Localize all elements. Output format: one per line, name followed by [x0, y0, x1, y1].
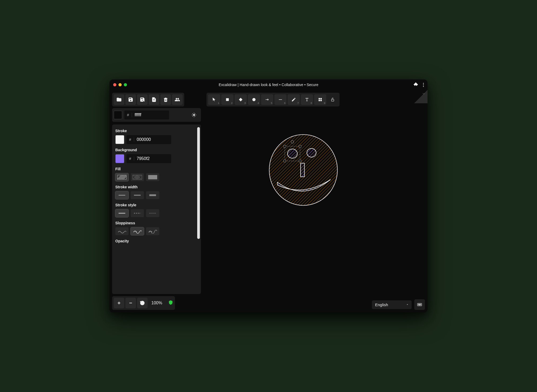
close-window-button[interactable] — [113, 83, 116, 86]
svg-point-21 — [288, 149, 297, 158]
svg-rect-32 — [419, 304, 420, 305]
tool-arrow[interactable]: 5 — [261, 94, 273, 105]
svg-rect-4 — [320, 98, 322, 99]
titlebar: Excalidraw | Hand-drawn look & feel • Co… — [109, 79, 428, 90]
svg-rect-27 — [284, 160, 286, 162]
svg-rect-36 — [421, 305, 421, 305]
canvas-bg-hex-group: # — [124, 110, 169, 119]
stroke-hex-group: # — [126, 135, 171, 144]
settings-button[interactable] — [189, 110, 199, 120]
app-window: Excalidraw | Hand-drawn look & feel • Co… — [109, 79, 428, 313]
shape-toolbar: 1 2 3 4 5 6 7 — [206, 93, 340, 106]
tool-shortcut: 8 — [311, 102, 312, 104]
tool-diamond[interactable]: 3 — [235, 94, 247, 105]
bottom-toolbar: 100% — [112, 296, 175, 310]
opacity-label: Opacity — [115, 239, 197, 243]
fill-label: Fill — [115, 167, 197, 171]
clear-canvas-button[interactable] — [160, 94, 171, 105]
bottom-right-controls: English — [372, 299, 425, 310]
svg-rect-3 — [319, 98, 320, 99]
svg-rect-10 — [148, 175, 157, 179]
hash-label: # — [126, 157, 134, 161]
hash-label: # — [124, 113, 132, 117]
open-button[interactable] — [114, 94, 124, 105]
browser-menu-icon[interactable] — [423, 83, 424, 87]
save-as-button[interactable] — [137, 94, 148, 105]
stroke-swatch[interactable] — [115, 135, 124, 144]
shield-icon — [168, 300, 173, 306]
maximize-window-button[interactable] — [124, 83, 127, 86]
svg-rect-30 — [417, 303, 422, 306]
tool-shortcut: 2 — [231, 102, 232, 104]
fill-crosshatch-button[interactable] — [131, 173, 144, 181]
tool-draw[interactable]: 7 — [288, 94, 300, 105]
svg-rect-5 — [319, 100, 320, 101]
tool-lock[interactable] — [327, 94, 338, 105]
extension-icon[interactable] — [413, 82, 418, 88]
background-label: Background — [115, 148, 197, 152]
stroke-width-medium-button[interactable] — [131, 191, 144, 199]
svg-rect-23 — [301, 163, 304, 177]
file-toolbar — [112, 93, 184, 106]
github-corner[interactable] — [414, 90, 428, 103]
stroke-width-thin-button[interactable] — [115, 191, 129, 199]
hash-label: # — [126, 137, 134, 142]
properties-scrollbar[interactable] — [197, 127, 200, 291]
canvas-bg-swatch[interactable] — [114, 111, 122, 119]
stroke-hex-input[interactable] — [134, 135, 171, 144]
app-body: # 1 2 3 4 — [109, 90, 428, 313]
zoom-reset-button[interactable] — [137, 298, 148, 308]
tool-line[interactable]: 6 — [274, 94, 287, 105]
zoom-in-button[interactable] — [114, 298, 124, 308]
canvas-bg-hex-input[interactable] — [132, 110, 169, 119]
background-swatch[interactable] — [115, 154, 124, 163]
language-select[interactable]: English — [372, 300, 412, 309]
export-button[interactable] — [149, 94, 159, 105]
tool-shortcut: 7 — [297, 102, 299, 104]
titlebar-right — [413, 82, 424, 88]
minimize-window-button[interactable] — [118, 83, 122, 86]
svg-point-0 — [193, 114, 195, 116]
zoom-out-button[interactable] — [125, 298, 136, 308]
keyboard-shortcuts-button[interactable] — [414, 299, 425, 310]
canvas-background-panel: # — [112, 108, 201, 122]
stroke-width-thick-button[interactable] — [146, 191, 159, 199]
sloppiness-cartoonist-button[interactable] — [146, 227, 159, 235]
svg-point-2 — [252, 98, 256, 101]
tool-ellipse[interactable]: 4 — [248, 94, 260, 105]
tool-shortcut: 1 — [218, 102, 219, 104]
svg-rect-31 — [418, 304, 419, 305]
stroke-style-dotted-button[interactable] — [146, 209, 159, 217]
properties-panel: Stroke # Background # Fill — [112, 124, 201, 294]
tool-shortcut: 5 — [271, 102, 272, 104]
fill-solid-button[interactable] — [146, 173, 159, 181]
drawing-canvas[interactable] — [204, 106, 425, 297]
background-hex-input[interactable] — [134, 154, 171, 163]
svg-rect-9 — [133, 175, 142, 179]
tool-shortcut: 6 — [284, 102, 285, 104]
svg-rect-7 — [332, 99, 334, 101]
language-label: English — [375, 302, 388, 307]
tool-library[interactable]: 9 — [314, 94, 326, 105]
tool-shortcut: 9 — [324, 102, 325, 104]
tool-select[interactable]: 1 — [208, 94, 220, 105]
live-collaboration-button[interactable] — [172, 94, 183, 105]
stroke-width-label: Stroke width — [115, 185, 197, 189]
tool-text[interactable]: 8 — [301, 94, 313, 105]
svg-point-22 — [307, 148, 316, 157]
svg-rect-26 — [299, 145, 301, 147]
tool-rectangle[interactable]: 2 — [221, 94, 234, 105]
svg-rect-28 — [299, 160, 301, 162]
stroke-style-solid-button[interactable] — [115, 209, 129, 217]
fill-hachure-button[interactable] — [115, 173, 129, 181]
svg-rect-1 — [226, 98, 229, 101]
tool-shortcut: 3 — [244, 102, 246, 104]
stroke-label: Stroke — [115, 129, 197, 133]
svg-rect-25 — [284, 145, 286, 147]
save-button[interactable] — [125, 94, 136, 105]
window-title: Excalidraw | Hand-drawn look & feel • Co… — [109, 83, 428, 87]
sloppiness-architect-button[interactable] — [115, 227, 129, 235]
sloppiness-artist-button[interactable] — [131, 227, 144, 235]
svg-rect-37 — [419, 305, 420, 305]
stroke-style-dashed-button[interactable] — [131, 209, 144, 217]
